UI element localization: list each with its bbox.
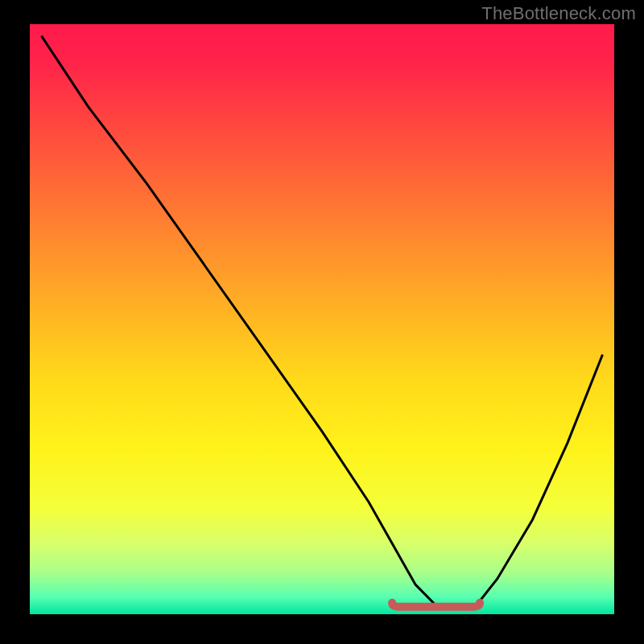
chart-container: TheBottleneck.com [0, 0, 644, 644]
attribution-text: TheBottleneck.com [481, 3, 636, 24]
optimal-range-marker [392, 603, 480, 607]
plot-background [30, 24, 614, 614]
bottleneck-chart [0, 0, 644, 644]
